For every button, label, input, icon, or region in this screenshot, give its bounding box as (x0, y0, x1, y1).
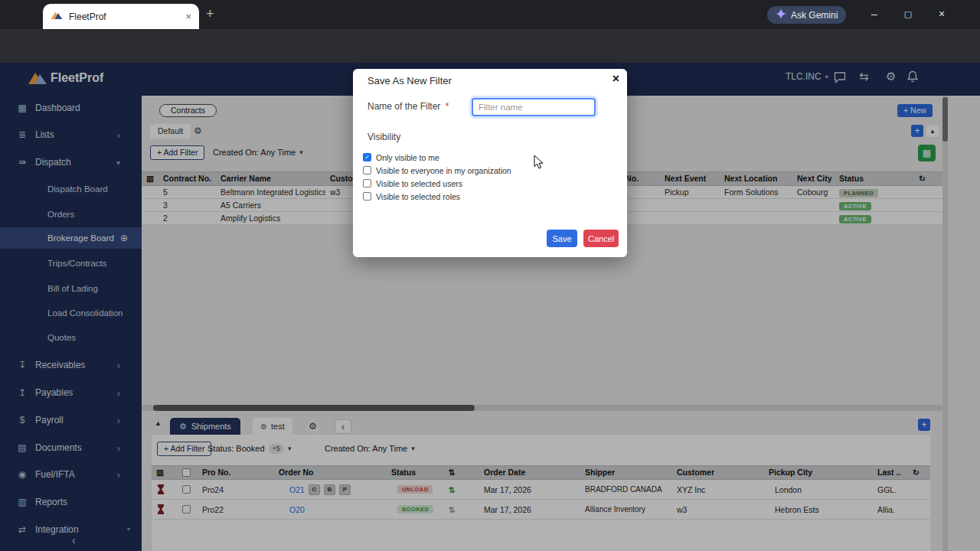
screen: FleetProf × + Ask Gemini – ▢ × ← → ↻ fle… (0, 0, 980, 551)
visibility-option[interactable]: Visible to everyone in my organization (363, 165, 511, 176)
check-icon: ✓ (364, 155, 370, 161)
filter-name-label: Name of the Filter * (368, 101, 449, 112)
visibility-option[interactable]: Visible to selected roles (363, 191, 460, 202)
checkbox-checked[interactable]: ✓ (363, 153, 371, 161)
cancel-button[interactable]: Cancel (583, 230, 619, 247)
ask-gemini-button[interactable]: Ask Gemini (767, 6, 846, 24)
modal-title: Save As New Filter (368, 75, 452, 86)
option-label: Visible to everyone in my organization (376, 166, 511, 175)
checkbox-unchecked[interactable] (363, 166, 371, 174)
maximize-icon[interactable]: ▢ (900, 9, 916, 19)
browser-tab[interactable]: FleetProf × (43, 4, 199, 29)
new-tab-icon[interactable]: + (206, 6, 214, 22)
save-button[interactable]: Save (547, 230, 577, 247)
gemini-spark-icon (776, 8, 786, 21)
tab-close-icon[interactable]: × (185, 11, 191, 22)
visibility-label: Visibility (368, 132, 400, 142)
tab-title: FleetProf (69, 11, 185, 22)
browser-tabstrip: FleetProf × + Ask Gemini – ▢ × (0, 0, 980, 29)
modal-close-icon[interactable]: × (612, 72, 619, 86)
option-label: Visible to selected roles (376, 192, 460, 201)
mouse-cursor (534, 155, 544, 172)
favicon-icon (51, 10, 63, 24)
label-text: Name of the Filter (368, 101, 440, 112)
checkbox-unchecked[interactable] (363, 179, 371, 187)
filter-name-input[interactable] (472, 98, 596, 116)
visibility-option[interactable]: Visible to selected users (363, 178, 462, 189)
option-label: Visible to selected users (376, 179, 462, 188)
minimize-icon[interactable]: – (866, 8, 883, 20)
required-mark: * (446, 101, 449, 112)
save-filter-modal: Save As New Filter × Name of the Filter … (353, 69, 627, 257)
close-icon[interactable]: × (933, 8, 950, 20)
option-label: Only visible to me (376, 153, 439, 162)
visibility-option[interactable]: ✓ Only visible to me (363, 152, 439, 163)
gemini-label: Ask Gemini (791, 10, 838, 21)
browser-toolbar: ← → ↻ fleetprof.com/tms/partner/manage-c… (0, 29, 980, 63)
checkbox-unchecked[interactable] (363, 192, 371, 201)
